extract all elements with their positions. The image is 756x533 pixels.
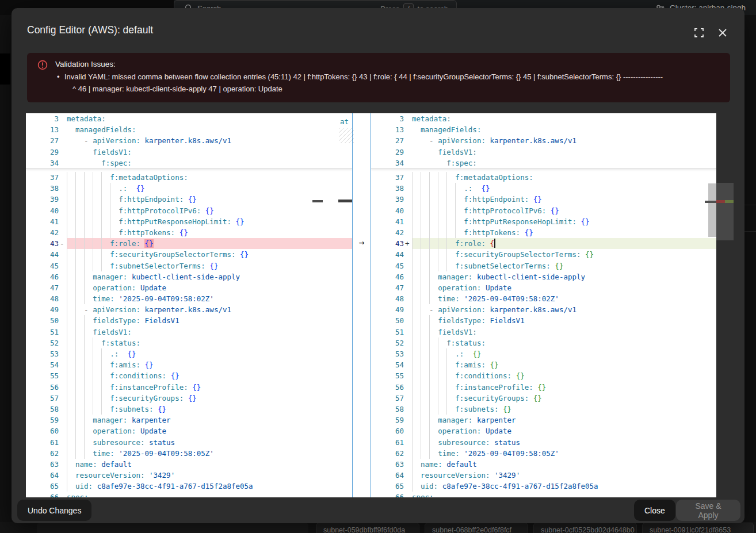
token: Update — [486, 283, 511, 292]
code-line: 43-f:role: {} — [26, 238, 352, 249]
indent-guides — [412, 271, 438, 282]
line-number: 63 — [26, 459, 59, 470]
indent-guides — [67, 459, 75, 470]
code-line: 60operation: Update — [371, 425, 716, 436]
token: - — [429, 136, 438, 145]
line-number: 51 — [371, 327, 404, 338]
line-number: 55 — [371, 370, 404, 381]
close-button[interactable]: Close — [634, 500, 675, 521]
diff-sash[interactable] — [352, 113, 371, 497]
code-line: 41f:httpPutResponseHopLimit: {} — [371, 216, 716, 227]
line-number: 54 — [26, 359, 59, 370]
close-dialog-button[interactable] — [715, 25, 730, 40]
original-code-content[interactable]: 37f:metadataOptions:38.: {}39f:httpEndpo… — [26, 172, 352, 497]
indent-guides — [67, 359, 110, 370]
indent-guides — [67, 327, 93, 338]
token: fieldsV1: — [93, 148, 132, 156]
line-number: 48 — [371, 293, 404, 304]
sticky-line: 3metadata: — [371, 113, 716, 124]
code-line: 51fieldsV1: — [26, 327, 352, 338]
code-line: 54f:amis: {} — [26, 359, 352, 370]
token: {} — [555, 262, 563, 270]
indent-guides — [412, 348, 455, 359]
code-line: 53.: {} — [371, 348, 716, 359]
token: '3429' — [494, 471, 520, 480]
line-number: 46 — [26, 271, 59, 282]
token: {} — [158, 405, 166, 413]
text-cursor — [494, 239, 495, 248]
code-line: 52f:status: — [26, 338, 352, 348]
indent-guides — [67, 124, 75, 135]
indent-guides — [67, 338, 101, 348]
token: f:conditions: — [110, 371, 166, 380]
indent-guides — [412, 393, 455, 404]
code-line: 40f:httpProtocolIPv6: {} — [371, 205, 716, 216]
token: f:metadataOptions: — [110, 173, 188, 182]
line-number: 50 — [26, 315, 59, 326]
token: f:status: — [446, 339, 486, 347]
token: {} — [236, 217, 245, 226]
indent-guides — [67, 393, 110, 404]
code-line: 63name: default — [26, 459, 352, 470]
token: operation: — [93, 427, 136, 435]
code-line: 54f:amis: {} — [371, 359, 716, 370]
code-line: 62time: '2025-09-04T09:58:05Z' — [371, 448, 716, 459]
code-line: 63name: default — [371, 459, 716, 470]
token: f:status: — [101, 339, 140, 347]
token: f:httpPutResponseHopLimit: — [119, 217, 231, 226]
token — [520, 228, 525, 237]
token: .: — [455, 350, 464, 358]
indent-guides — [412, 425, 438, 436]
token — [529, 394, 533, 402]
token — [576, 217, 581, 226]
scrollbar-slider-extension[interactable] — [716, 183, 734, 240]
token — [481, 283, 486, 292]
token: karpenter.k8s.aws/v1 — [144, 305, 231, 314]
token: - — [84, 305, 93, 314]
token: f:role: — [110, 239, 140, 248]
token: FieldsV1 — [490, 316, 524, 325]
yaml-diff-editor[interactable]: 37f:metadataOptions:38.: {}39f:httpEndpo… — [26, 113, 716, 497]
scrollbar-position-mark — [705, 201, 716, 203]
line-number: 38 — [26, 183, 59, 194]
token: {} — [240, 250, 249, 259]
indent-guides — [67, 249, 110, 260]
token — [490, 438, 494, 447]
line-number: 41 — [371, 216, 404, 227]
code-line: 51fieldsV1: — [371, 327, 716, 338]
scrollbar-slider[interactable] — [708, 183, 716, 237]
indent-guides — [412, 404, 455, 415]
indent-guides — [67, 481, 75, 492]
undo-changes-button[interactable]: Undo Changes — [17, 500, 91, 521]
line-number: 53 — [371, 348, 404, 359]
token: f:httpPutResponseHopLimit: — [464, 217, 576, 226]
token: c8afe97e-38cc-4f91-a767-d15f2a8fe05a — [97, 482, 253, 490]
modified-code-content[interactable]: 37f:metadataOptions:38.: {}39f:httpEndpo… — [371, 172, 716, 497]
code-line: 46manager: kubectl-client-side-apply — [26, 271, 352, 282]
indent-guides — [67, 205, 119, 216]
token: f:securityGroups: — [455, 394, 529, 402]
line-number: 52 — [26, 338, 59, 348]
line-number: 52 — [371, 338, 404, 348]
token — [529, 195, 533, 204]
code-line: 58f:subnets: {} — [371, 404, 716, 415]
line-number: 44 — [26, 249, 59, 260]
line-number: 49 — [26, 304, 59, 315]
diff-pane-modified[interactable]: 37f:metadataOptions:38.: {}39f:httpEndpo… — [371, 113, 716, 497]
dialog-title: Config Editor (AWS): default — [27, 24, 153, 36]
line-number: 61 — [26, 437, 59, 448]
token: '2025-09-04T09:58:02Z' — [464, 294, 559, 303]
fullscreen-button[interactable] — [692, 25, 707, 40]
line-number: 29 — [371, 147, 404, 158]
token: {} — [490, 361, 498, 369]
token: f:httpTokens: — [464, 228, 520, 237]
revert-diff-arrow-button[interactable]: → — [353, 236, 371, 248]
code-line: 59manager: karpenter — [371, 415, 716, 425]
diff-pane-original[interactable]: 37f:metadataOptions:38.: {}39f:httpEndpo… — [26, 113, 352, 497]
token: '2025-09-04T09:58:05Z' — [119, 449, 214, 458]
token — [136, 283, 140, 292]
token: time: — [438, 449, 460, 458]
token — [481, 427, 486, 435]
token: uid: — [75, 482, 93, 490]
token: {} — [192, 383, 201, 392]
